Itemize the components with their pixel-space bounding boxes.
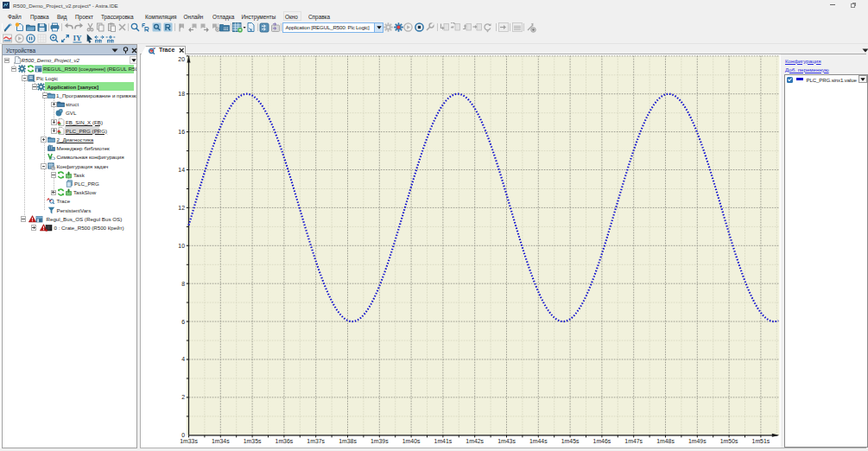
svg-text:1m40s: 1m40s (402, 438, 421, 444)
svg-text:0: 0 (181, 432, 185, 438)
svg-text:1m42s: 1m42s (466, 438, 484, 444)
svg-text:8: 8 (181, 281, 185, 287)
svg-text:1m39s: 1m39s (371, 438, 389, 444)
svg-text:1m49s: 1m49s (688, 438, 706, 444)
svg-text:2: 2 (181, 394, 185, 400)
svg-text:14: 14 (178, 167, 185, 173)
svg-text:1m46s: 1m46s (593, 438, 611, 444)
svg-text:1m44s: 1m44s (529, 438, 548, 444)
svg-text:Y: Y (76, 34, 82, 42)
svg-text:1m36s: 1m36s (276, 438, 294, 444)
svg-text:4: 4 (181, 356, 185, 362)
svg-text:18: 18 (178, 91, 185, 97)
svg-text:1m33s: 1m33s (180, 438, 198, 444)
svg-text:16: 16 (178, 129, 185, 135)
svg-text:1m51s: 1m51s (752, 438, 770, 444)
svg-text:1m38s: 1m38s (339, 438, 357, 444)
svg-text:1m34s: 1m34s (212, 438, 230, 444)
svg-text:1m50s: 1m50s (720, 438, 738, 444)
svg-text:20: 20 (178, 56, 185, 62)
svg-text:1m35s: 1m35s (244, 438, 262, 444)
svg-text:1m41s: 1m41s (434, 438, 453, 444)
svg-text:1m47s: 1m47s (624, 438, 643, 444)
svg-text:6: 6 (181, 319, 185, 325)
svg-text:1m48s: 1m48s (656, 438, 675, 444)
svg-text:1m43s: 1m43s (497, 438, 516, 444)
svg-text:1m37s: 1m37s (307, 438, 325, 444)
svg-text:1m45s: 1m45s (561, 438, 580, 444)
svg-text:10: 10 (178, 243, 185, 249)
svg-text:12: 12 (178, 205, 185, 211)
